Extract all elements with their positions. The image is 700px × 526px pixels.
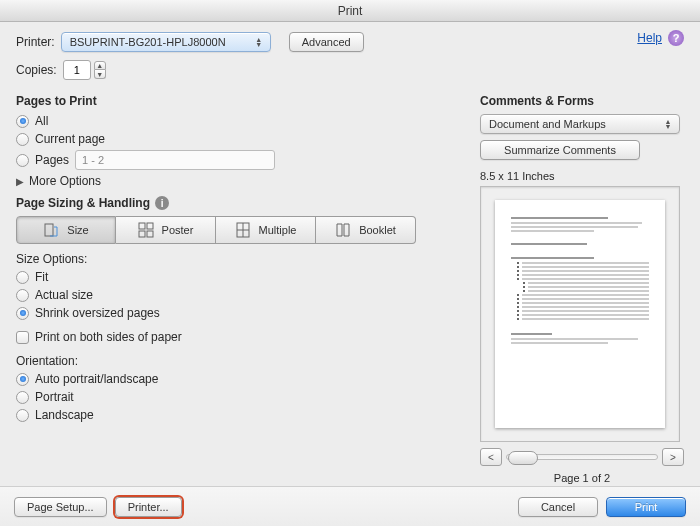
radio-icon [16,391,29,404]
duplex-label: Print on both sides of paper [35,330,182,344]
radio-icon [16,373,29,386]
radio-icon [16,271,29,284]
svg-rect-4 [147,231,153,237]
summarize-comments-label: Summarize Comments [504,144,616,156]
preview-scrollbar[interactable] [506,454,658,460]
radio-pages[interactable]: Pages [16,150,454,170]
booklet-icon [335,222,351,238]
tab-booklet[interactable]: Booklet [316,216,416,244]
cancel-button[interactable]: Cancel [518,497,598,517]
page-dimensions: 8.5 x 11 Inches [480,170,684,182]
radio-orientation-auto[interactable]: Auto portrait/landscape [16,372,454,386]
radio-icon [16,289,29,302]
chevron-down-icon: ▼ [94,70,106,79]
orientation-portrait-label: Portrait [35,390,74,404]
tab-multiple-label: Multiple [259,224,297,236]
radio-fit-label: Fit [35,270,48,284]
tab-booklet-label: Booklet [359,224,396,236]
radio-icon [16,133,29,146]
radio-shrink-label: Shrink oversized pages [35,306,160,320]
radio-all-label: All [35,114,48,128]
radio-icon [16,307,29,320]
tab-poster-label: Poster [162,224,194,236]
comments-title: Comments & Forms [480,94,684,108]
poster-icon [138,222,154,238]
summarize-comments-button[interactable]: Summarize Comments [480,140,640,160]
paper-preview [495,200,665,428]
checkbox-icon [16,331,29,344]
multiple-icon [235,222,251,238]
radio-icon [16,154,29,167]
orientation-title: Orientation: [16,354,454,368]
more-options-disclosure[interactable]: ▶ More Options [16,174,454,188]
preview-next-button[interactable]: > [662,448,684,466]
preview-prev-button[interactable]: < [480,448,502,466]
checkbox-duplex[interactable]: Print on both sides of paper [16,330,454,344]
size-options-title: Size Options: [16,252,454,266]
print-preview [480,186,680,442]
radio-icon [16,409,29,422]
chevron-updown-icon: ▲▼ [252,37,266,47]
help-link[interactable]: Help [637,31,662,45]
printer-label: Printer: [16,35,55,49]
radio-icon [16,115,29,128]
radio-orientation-landscape[interactable]: Landscape [16,408,454,422]
radio-fit[interactable]: Fit [16,270,454,284]
tab-size[interactable]: Size [16,216,116,244]
copies-input[interactable] [63,60,91,80]
print-button[interactable]: Print [606,497,686,517]
tab-size-label: Size [67,224,88,236]
radio-shrink[interactable]: Shrink oversized pages [16,306,454,320]
radio-pages-label: Pages [35,153,69,167]
page-sizing-title: Page Sizing & Handling i [16,196,454,210]
help-icon[interactable]: ? [668,30,684,46]
page-setup-button[interactable]: Page Setup... [14,497,107,517]
copies-stepper[interactable]: ▲ ▼ [94,61,106,79]
triangle-right-icon: ▶ [16,176,24,187]
chevron-updown-icon: ▲▼ [661,119,675,129]
svg-rect-3 [139,231,145,237]
svg-rect-0 [45,224,53,236]
printer-settings-button[interactable]: Printer... [115,497,182,517]
svg-rect-1 [139,223,145,229]
scrollbar-thumb[interactable] [508,451,538,465]
copies-label: Copies: [16,63,57,77]
printer-settings-label: Printer... [128,501,169,513]
orientation-auto-label: Auto portrait/landscape [35,372,158,386]
comments-select[interactable]: Document and Markups ▲▼ [480,114,680,134]
radio-current-label: Current page [35,132,105,146]
printer-selected-value: BSUPRINT-BG201-HPLJ8000N [70,36,226,48]
printer-select[interactable]: BSUPRINT-BG201-HPLJ8000N ▲▼ [61,32,271,52]
pages-range-input[interactable] [75,150,275,170]
chevron-up-icon: ▲ [94,61,106,70]
sizing-tabs: Size Poster Multiple [16,216,454,244]
svg-rect-2 [147,223,153,229]
info-icon[interactable]: i [155,196,169,210]
comments-selected-value: Document and Markups [489,118,606,130]
page-setup-label: Page Setup... [27,501,94,513]
window-titlebar: Print [0,0,700,22]
radio-orientation-portrait[interactable]: Portrait [16,390,454,404]
size-icon [43,222,59,238]
window-title: Print [338,4,363,18]
radio-actual-label: Actual size [35,288,93,302]
page-indicator: Page 1 of 2 [480,472,684,484]
radio-actual-size[interactable]: Actual size [16,288,454,302]
radio-current-page[interactable]: Current page [16,132,454,146]
tab-multiple[interactable]: Multiple [216,216,316,244]
advanced-button[interactable]: Advanced [289,32,364,52]
tab-poster[interactable]: Poster [116,216,216,244]
orientation-landscape-label: Landscape [35,408,94,422]
pages-to-print-title: Pages to Print [16,94,454,108]
advanced-button-label: Advanced [302,36,351,48]
more-options-label: More Options [29,174,101,188]
radio-all[interactable]: All [16,114,454,128]
print-label: Print [635,501,658,513]
cancel-label: Cancel [541,501,575,513]
